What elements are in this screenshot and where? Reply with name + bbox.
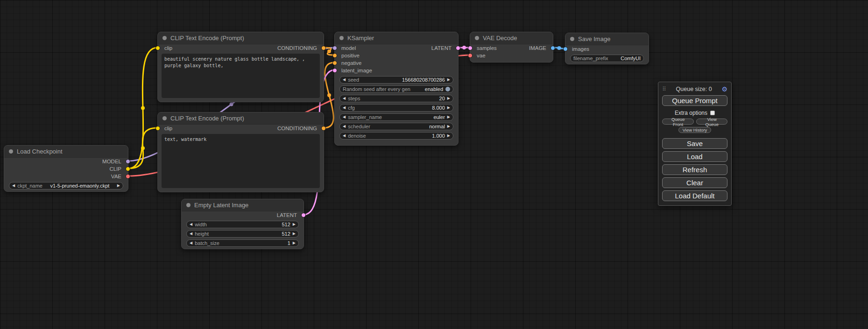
widget-label: filename_prefix bbox=[573, 56, 608, 61]
cfg-number-widget[interactable]: cfg 8.000 bbox=[339, 104, 453, 112]
scheduler-combo-widget[interactable]: scheduler normal bbox=[339, 123, 453, 130]
clip-input-port[interactable] bbox=[155, 46, 160, 50]
decrement-arrow-icon[interactable] bbox=[343, 97, 346, 100]
positive-input-port[interactable] bbox=[332, 53, 337, 58]
decrement-arrow-icon[interactable] bbox=[343, 134, 346, 138]
input-label-negative: negative bbox=[341, 60, 361, 66]
settings-gear-icon[interactable] bbox=[721, 86, 727, 92]
toggle-knob-icon[interactable] bbox=[445, 87, 450, 91]
model-input-port[interactable] bbox=[332, 46, 337, 50]
load-button[interactable]: Load bbox=[662, 151, 727, 162]
widget-value: 20 bbox=[439, 96, 445, 101]
images-input-port[interactable] bbox=[563, 47, 568, 51]
node-collapse-dot-icon[interactable] bbox=[9, 149, 13, 154]
increment-arrow-icon[interactable] bbox=[293, 223, 296, 226]
prev-value-arrow-icon[interactable] bbox=[343, 115, 346, 119]
latent-output-port[interactable] bbox=[301, 213, 306, 217]
increment-arrow-icon[interactable] bbox=[447, 97, 450, 100]
input-label-samples: samples bbox=[477, 45, 497, 51]
samples-input-port[interactable] bbox=[468, 46, 473, 50]
increment-arrow-icon[interactable] bbox=[293, 241, 296, 245]
model-output-port[interactable] bbox=[126, 159, 130, 164]
view-history-button[interactable]: View History bbox=[678, 127, 712, 133]
latent-image-input-port[interactable] bbox=[332, 68, 337, 73]
increment-arrow-icon[interactable] bbox=[293, 232, 296, 236]
denoise-number-widget[interactable]: denoise 1.000 bbox=[339, 132, 453, 140]
node-title: Load Checkpoint bbox=[17, 148, 63, 155]
clip-output-port[interactable] bbox=[126, 167, 130, 171]
queue-panel: Queue size: 0 Queue Prompt Extra options… bbox=[658, 82, 732, 206]
node-collapse-dot-icon[interactable] bbox=[339, 36, 344, 40]
node-collapse-dot-icon[interactable] bbox=[475, 36, 479, 40]
batch-size-number-widget[interactable]: batch_size 1 bbox=[186, 239, 299, 247]
refresh-button[interactable]: Refresh bbox=[662, 164, 727, 175]
queue-front-button[interactable]: Queue Front bbox=[662, 119, 694, 125]
queue-prompt-button[interactable]: Queue Prompt bbox=[662, 95, 727, 106]
vae-output-port[interactable] bbox=[126, 174, 130, 179]
sampler-name-combo-widget[interactable]: sampler_name euler bbox=[339, 113, 453, 121]
decrement-arrow-icon[interactable] bbox=[190, 241, 192, 245]
port-row-negative: negative bbox=[335, 59, 458, 67]
positive-prompt-textarea[interactable]: beautiful scenery nature glass bottle la… bbox=[162, 54, 320, 98]
workflow-buttons-group: Save Load Refresh Clear Load Default bbox=[662, 138, 727, 201]
input-label-clip: clip bbox=[164, 45, 172, 51]
queue-panel-header: Queue size: 0 bbox=[662, 85, 727, 93]
seed-number-widget[interactable]: seed 156680208700286 bbox=[339, 76, 453, 84]
clear-button[interactable]: Clear bbox=[662, 177, 727, 188]
node-titlebar-save-image[interactable]: Save Image bbox=[565, 33, 649, 45]
link-midpoint-dot bbox=[230, 103, 233, 106]
node-titlebar-clip-positive[interactable]: CLIP Text Encode (Prompt) bbox=[158, 32, 324, 44]
node-ksampler: KSampler model LATENT positive negative … bbox=[334, 32, 459, 146]
height-number-widget[interactable]: height 512 bbox=[186, 230, 299, 238]
node-graph-canvas[interactable]: Load Checkpoint MODEL CLIP VAE ckpt_name… bbox=[0, 0, 868, 329]
node-empty-latent-image: Empty Latent Image LATENT width 512 heig… bbox=[181, 199, 304, 249]
node-collapse-dot-icon[interactable] bbox=[162, 36, 167, 40]
node-titlebar-vae-decode[interactable]: VAE Decode bbox=[470, 32, 553, 44]
view-queue-button[interactable]: View Queue bbox=[696, 119, 727, 125]
output-label-latent: LATENT bbox=[277, 212, 297, 218]
node-load-checkpoint: Load Checkpoint MODEL CLIP VAE ckpt_name… bbox=[4, 145, 128, 192]
image-output-port[interactable] bbox=[550, 46, 555, 50]
prev-value-arrow-icon[interactable] bbox=[343, 125, 346, 128]
widget-label: steps bbox=[348, 96, 360, 101]
conditioning-output-port[interactable] bbox=[321, 46, 326, 50]
width-number-widget[interactable]: width 512 bbox=[186, 221, 299, 228]
next-value-arrow-icon[interactable] bbox=[117, 184, 120, 188]
vae-input-port[interactable] bbox=[468, 53, 473, 58]
latent-output-port[interactable] bbox=[456, 46, 460, 50]
next-value-arrow-icon[interactable] bbox=[447, 115, 450, 119]
decrement-arrow-icon[interactable] bbox=[343, 78, 346, 82]
prev-value-arrow-icon[interactable] bbox=[12, 184, 15, 188]
node-collapse-dot-icon[interactable] bbox=[162, 116, 167, 120]
link-midpoint-dot bbox=[557, 46, 561, 50]
node-collapse-dot-icon[interactable] bbox=[570, 37, 574, 41]
ckpt-name-combo-widget[interactable]: ckpt_name v1-5-pruned-emaonly.ckpt bbox=[9, 182, 123, 189]
node-titlebar-clip-negative[interactable]: CLIP Text Encode (Prompt) bbox=[158, 112, 324, 125]
node-titlebar-ksampler[interactable]: KSampler bbox=[335, 32, 458, 44]
widget-label: Random seed after every gen bbox=[343, 86, 410, 92]
widget-label: batch_size bbox=[195, 240, 219, 246]
increment-arrow-icon[interactable] bbox=[447, 106, 450, 110]
extra-options-checkbox[interactable] bbox=[710, 111, 715, 115]
node-titlebar-empty-latent[interactable]: Empty Latent Image bbox=[182, 199, 303, 211]
conditioning-output-port[interactable] bbox=[321, 126, 326, 131]
save-button[interactable]: Save bbox=[662, 138, 727, 149]
drag-handle-icon[interactable] bbox=[662, 86, 666, 92]
widget-value: 1 bbox=[288, 240, 290, 246]
node-title: Save Image bbox=[578, 35, 610, 42]
increment-arrow-icon[interactable] bbox=[447, 78, 450, 82]
increment-arrow-icon[interactable] bbox=[447, 134, 450, 138]
decrement-arrow-icon[interactable] bbox=[343, 106, 346, 110]
negative-input-port[interactable] bbox=[332, 61, 337, 65]
decrement-arrow-icon[interactable] bbox=[190, 232, 192, 236]
clip-input-port[interactable] bbox=[155, 126, 160, 131]
decrement-arrow-icon[interactable] bbox=[190, 223, 192, 226]
random-seed-toggle-widget[interactable]: Random seed after every gen enabled bbox=[339, 85, 453, 93]
steps-number-widget[interactable]: steps 20 bbox=[339, 95, 453, 102]
next-value-arrow-icon[interactable] bbox=[447, 125, 450, 128]
node-collapse-dot-icon[interactable] bbox=[186, 203, 191, 207]
node-titlebar-load-checkpoint[interactable]: Load Checkpoint bbox=[4, 146, 128, 158]
load-default-button[interactable]: Load Default bbox=[662, 190, 727, 201]
negative-prompt-textarea[interactable]: text, watermark bbox=[162, 134, 320, 188]
filename-prefix-text-widget[interactable]: filename_prefix ComfyUI bbox=[570, 55, 644, 62]
